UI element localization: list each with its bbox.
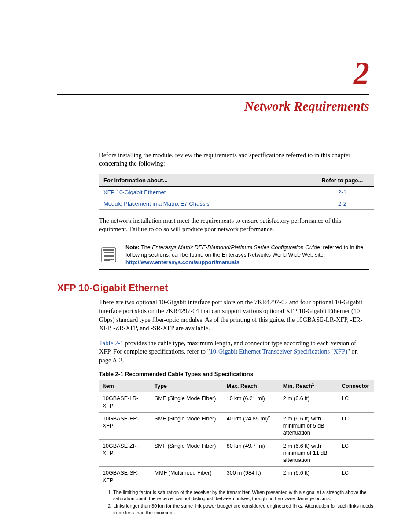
table-row: 10GBASE-ER-XFP SMF (Single Mode Fiber) 4…	[99, 412, 374, 439]
spec-header-max: Max. Reach	[223, 380, 280, 392]
spec-table-caption: Table 2-1 Recommended Cable Types and Sp…	[99, 371, 369, 377]
spec-cell-type: SMF (Single Mode Fiber)	[151, 439, 223, 467]
note-body-pre: The	[140, 244, 152, 251]
info-page-ref[interactable]: 2-2	[310, 198, 374, 209]
spec-cell-item: 10GBASE-SR-XFP	[99, 467, 151, 487]
note-icon	[99, 247, 118, 263]
spec-table: Item Type Max. Reach Min. Reach1 Connect…	[99, 380, 374, 487]
info-header-about: For information about...	[99, 174, 310, 186]
intro-paragraph: Before installing the module, review the…	[99, 151, 369, 168]
spec-header-item: Item	[99, 380, 151, 392]
spec-cell-min: 2 m (6.6 ft) with minimum of 5 dB attenu…	[280, 412, 338, 439]
note-text: Note: The Enterasys Matrix DFE-Diamond/P…	[125, 244, 369, 266]
spec-cell-max: 10 km (6.21 mi)	[223, 392, 280, 413]
spec-cell-item: 10GBASE-LR-XFP	[99, 392, 151, 413]
info-row: Module Placement in a Matrix E7 Chassis …	[99, 198, 374, 209]
spec-cell-connector: LC	[338, 467, 374, 487]
section-paragraph-1: There are two optional 10-Gigabit interf…	[99, 298, 369, 332]
info-row: XFP 10-Gigabit Ethernet 2-1	[99, 186, 374, 198]
spec-cell-connector: LC	[338, 439, 374, 467]
footnote-1: 1. The limiting factor is saturation of …	[113, 489, 374, 502]
table-row: 10GBASE-SR-XFP MMF (Multimode Fiber) 300…	[99, 467, 374, 487]
info-navigation-table: For information about... Refer to page..…	[99, 174, 374, 210]
spec-cell-max: 300 m (984 ft)	[223, 467, 280, 487]
info-link-module-placement[interactable]: Module Placement in a Matrix E7 Chassis	[103, 200, 210, 207]
spec-cell-max: 40 km (24.85 mi)2	[223, 412, 280, 439]
body-paragraph: The network installation must meet the r…	[99, 217, 369, 234]
spec-cell-item: 10GBASE-ZR-XFP	[99, 439, 151, 467]
spec-cell-connector: LC	[338, 392, 374, 413]
info-page-ref[interactable]: 2-1	[310, 186, 374, 198]
svg-rect-1	[103, 249, 114, 251]
note-url-link[interactable]: http://www.enterasys.com/support/manuals	[125, 259, 239, 266]
spec-cell-min: 2 m (6.6 ft)	[280, 467, 338, 487]
spec-header-min: Min. Reach1	[280, 380, 338, 392]
chapter-title: Network Requirements	[57, 99, 369, 114]
footnotes: 1. The limiting factor is saturation of …	[108, 489, 374, 516]
chapter-number: 2	[57, 57, 369, 89]
spec-ref-link[interactable]: 10-Gigabit Ethernet Transceiver Specific…	[210, 348, 348, 355]
section-heading-xfp: XFP 10-Gigabit Ethernet	[57, 282, 369, 294]
note-block: Note: The Enterasys Matrix DFE-Diamond/P…	[99, 240, 369, 270]
footnote-2: 2. Links longer than 30 km for the same …	[113, 503, 374, 516]
info-header-page: Refer to page...	[310, 174, 374, 186]
spec-cell-min: 2 m (6.6 ft) with minimum of 11 dB atten…	[280, 439, 338, 467]
spec-cell-min: 2 m (6.6 ft)	[280, 392, 338, 413]
table-row: 10GBASE-LR-XFP SMF (Single Mode Fiber) 1…	[99, 392, 374, 413]
spec-cell-type: SMF (Single Mode Fiber)	[151, 392, 223, 413]
spec-cell-max: 80 km (49.7 mi)	[223, 439, 280, 467]
table-row: 10GBASE-ZR-XFP SMF (Single Mode Fiber) 8…	[99, 439, 374, 467]
note-guide-title: Enterasys Matrix DFE-Diamond/Platinum Se…	[152, 244, 320, 251]
note-label: Note:	[125, 244, 140, 251]
spec-cell-type: MMF (Multimode Fiber)	[151, 467, 223, 487]
spec-cell-type: SMF (Single Mode Fiber)	[151, 412, 223, 439]
info-link-xfp[interactable]: XFP 10-Gigabit Ethernet	[103, 189, 166, 195]
spec-header-type: Type	[151, 380, 223, 392]
section-paragraph-2: Table 2-1 provides the cable type, maxim…	[99, 339, 369, 365]
table-ref-link[interactable]: Table 2-1	[99, 339, 123, 347]
spec-cell-connector: LC	[338, 412, 374, 439]
spec-header-connector: Connector	[338, 380, 374, 392]
spec-cell-item: 10GBASE-ER-XFP	[99, 412, 151, 439]
title-rule	[57, 94, 369, 95]
